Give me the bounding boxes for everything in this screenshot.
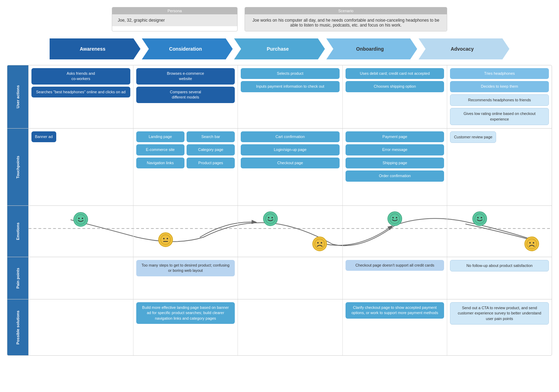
tp-checkout: Checkout page [241, 158, 340, 168]
pp-cell-2: Too many steps to get to desired product… [133, 257, 238, 299]
tp-shipping-page: Shipping page [346, 158, 444, 168]
sol-cell-2: Build more effective landing page based … [133, 299, 238, 355]
svg-point-15 [392, 217, 394, 218]
touchpoints-content: Banner ad Landing page Search bar E-comm… [28, 129, 552, 205]
sol-cell-4: Clarify checkout page to show accepted p… [343, 299, 448, 355]
tp-banner-ad: Banner ad [31, 131, 56, 142]
svg-point-12 [317, 242, 319, 244]
svg-point-3 [82, 218, 83, 219]
ua-purchase-cards: Selects product Inputs payment informati… [241, 68, 340, 92]
svg-point-2 [78, 218, 80, 219]
svg-point-18 [477, 217, 479, 218]
scenario-header: Scenario [245, 7, 447, 14]
pp-card-steps: Too many steps to get to desired product… [136, 260, 235, 276]
ua-cell-onboarding: Uses debit card; credit card not accepte… [343, 65, 448, 128]
pain-points-label: Pain points [7, 257, 28, 299]
solutions-row: Possible solutions Build more effective … [7, 299, 552, 355]
ua-card-recommends: Recommends headphones to friends [450, 94, 549, 106]
emotion-neutral-1 [158, 232, 173, 247]
svg-point-16 [396, 217, 397, 218]
scenario-box: Scenario Joe works on his computer all d… [245, 7, 447, 31]
tp-order-confirm: Order confirmation [346, 170, 444, 181]
tp-cell-purchase: Cart confirmation Login/sign-up page Che… [238, 129, 343, 205]
tp-login-signup: Login/sign-up page [241, 144, 340, 155]
tp-cell-consideration: Landing page Search bar E-commerce site … [133, 129, 238, 205]
emotions-row: Emotions [7, 206, 552, 257]
tp-cart-confirm: Cart confirmation [241, 131, 340, 142]
phase-purchase: Purchase [234, 38, 325, 59]
persona-box: Persona Joe, 32, graphic designer [112, 7, 238, 31]
sol-card-payment: Clarify checkout page to show accepted p… [346, 302, 444, 319]
em-cell-3 [238, 206, 343, 257]
pp-card-followup: No follow-up about product satisfaction [450, 260, 549, 271]
phase-consideration: Consideration [142, 38, 233, 59]
svg-point-1 [76, 215, 86, 224]
phases-row: Awareness Consideration Purchase Onboard… [7, 38, 552, 59]
touchpoints-row: Touchpoints Banner ad Landing page Searc… [7, 129, 552, 206]
ua-card-searches: Searches "best headphones" online and cl… [31, 87, 130, 97]
sol-cell-3 [238, 299, 343, 355]
svg-point-20 [527, 239, 537, 249]
ua-consideration-cards: Browses e-commercewebsite Compares sever… [136, 68, 235, 103]
pp-card-checkout: Checkout page doesn't support all credit… [346, 260, 444, 271]
svg-point-8 [266, 214, 275, 224]
ua-card-debit: Uses debit card; credit card not accepte… [346, 68, 444, 79]
phase-advocacy: Advocacy [419, 38, 509, 59]
em-cell-4 [343, 206, 448, 257]
sol-card-cta: Send out a CTA to review product, and se… [450, 302, 549, 325]
ua-cell-awareness: Asks friends andco-workers Searches "bes… [29, 65, 133, 128]
emotions-content [28, 206, 552, 257]
svg-point-4 [161, 235, 170, 245]
emotion-sad-1 [312, 237, 327, 251]
pp-cell-5: No follow-up about product satisfaction [447, 257, 552, 299]
tp-payment-page: Payment page [346, 131, 444, 142]
tp-ecommerce-site: E-commerce site [136, 144, 184, 155]
phase-awareness: Awareness [50, 38, 140, 59]
emotion-happy-1 [73, 212, 88, 227]
ua-card-tries: Tries headphones [450, 68, 549, 79]
solutions-content: Build more effective landing page based … [28, 299, 552, 355]
scenario-body: Joe works on his computer all day, and h… [245, 14, 447, 31]
user-actions-content: Asks friends andco-workers Searches "bes… [28, 65, 552, 128]
ua-card-shipping: Chooses shipping option [346, 81, 444, 92]
tp-category-page: Category page [187, 144, 235, 155]
em-cell-1 [29, 206, 133, 257]
pain-points-content: Too many steps to get to desired product… [28, 257, 552, 299]
persona-body: Joe, 32, graphic designer [112, 14, 237, 26]
pp-cell-4: Checkout page doesn't support all credit… [343, 257, 448, 299]
emotion-happy-4 [472, 211, 487, 226]
canvas: Persona Joe, 32, graphic designer Scenar… [0, 0, 559, 392]
emotions-label: Emotions [7, 206, 28, 257]
sol-cell-1 [29, 299, 133, 355]
ua-card-inputs-payment: Inputs payment information to check out [241, 81, 340, 92]
sol-card-landing: Build more effective landing page based … [136, 302, 235, 324]
svg-point-22 [533, 242, 534, 244]
ua-card-asks-friends: Asks friends andco-workers [31, 68, 130, 85]
tp-landing-page: Landing page [136, 131, 184, 142]
tp-product-pages: Product pages [187, 158, 235, 168]
solutions-label: Possible solutions [7, 299, 28, 355]
ua-cell-purchase: Selects product Inputs payment informati… [238, 65, 343, 128]
emotion-sad-2 [524, 237, 539, 251]
ua-card-low-rating: Gives low rating online based on checkou… [450, 108, 549, 125]
emotion-happy-2 [263, 211, 278, 226]
pain-points-row: Pain points Too many steps to get to des… [7, 257, 552, 299]
persona-header: Persona [112, 7, 237, 14]
top-section: Persona Joe, 32, graphic designer Scenar… [7, 7, 552, 31]
sol-cell-5: Send out a CTA to review product, and se… [447, 299, 552, 355]
tp-cell-awareness: Banner ad [29, 129, 133, 205]
ua-card-compares: Compares severaldifferent models [136, 87, 235, 103]
svg-point-21 [529, 242, 531, 244]
ua-card-selects: Selects product [241, 68, 340, 79]
ua-cell-advocacy: Tries headphones Decides to keep them Re… [447, 65, 552, 128]
touchpoints-label: Touchpoints [7, 129, 28, 205]
svg-point-5 [163, 238, 165, 239]
emotion-happy-3 [387, 211, 402, 226]
ua-cell-consideration: Browses e-commercewebsite Compares sever… [133, 65, 238, 128]
svg-point-13 [321, 242, 322, 244]
tp-search-bar: Search bar [187, 131, 235, 142]
main-grid: User actions Asks friends andco-workers … [7, 65, 552, 356]
ua-awareness-cards: Asks friends andco-workers Searches "bes… [31, 68, 130, 97]
ua-advocacy-cards: Tries headphones Decides to keep them Re… [450, 68, 549, 125]
ua-card-browses: Browses e-commercewebsite [136, 68, 235, 85]
